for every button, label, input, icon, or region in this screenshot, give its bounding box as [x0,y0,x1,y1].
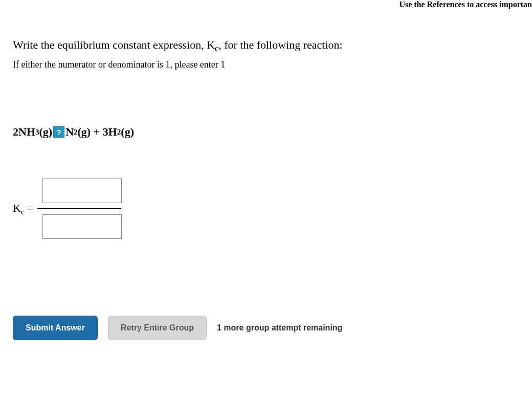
button-row: Submit Answer Retry Entire Group 1 more … [13,316,519,340]
denominator-input[interactable] [42,214,122,239]
question-title: Write the equilibrium constant expressio… [13,38,519,53]
reaction-sub3: 2 [74,128,78,137]
kc-k: K [13,202,21,214]
title-suffix: , for the following reaction: [218,38,343,51]
reaction-part2: (g) [39,125,53,139]
attempts-remaining: 1 more group attempt remaining [217,323,342,333]
question-instruction: If either the numerator or denominator i… [13,59,519,70]
question-content: Write the equilibrium constant expressio… [0,0,532,340]
title-prefix: Write the equilibrium constant expressio… [13,38,215,51]
equation-area: Kc = [13,179,519,239]
submit-button[interactable]: Submit Answer [13,316,98,340]
reaction-sub4: 2 [117,128,121,137]
fraction-line [37,208,121,209]
fraction [37,179,122,239]
reaction-part3: N [65,125,74,139]
kc-label: Kc = [13,202,33,216]
reaction-part1: 2NH [13,125,35,139]
reaction-part5: (g) [121,125,134,139]
numerator-input[interactable] [42,179,122,203]
reaction-part4: (g) + 3H [78,125,117,139]
kc-equals: = [25,202,34,214]
reaction-sub1: 3 [35,128,39,137]
kc-sub: c [21,208,25,216]
help-icon[interactable]: ? [53,126,64,138]
retry-button[interactable]: Retry Entire Group [108,316,207,340]
top-cutoff-text: Use the References to access importan [399,0,532,9]
reaction-equation: 2NH3(g) ?N2(g) + 3H2(g) [13,125,519,139]
